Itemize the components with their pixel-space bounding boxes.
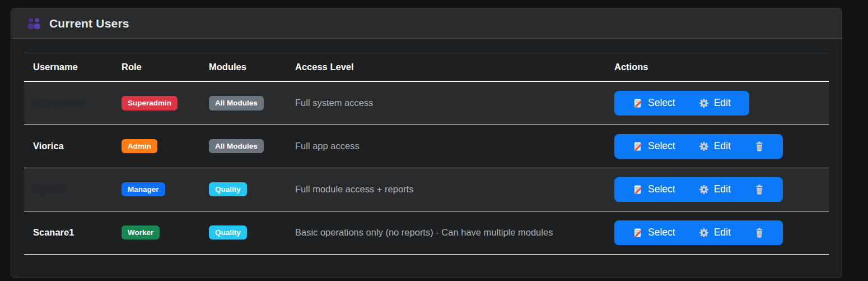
column-header-access-level: Access Level	[286, 53, 605, 82]
edit-button[interactable]: Edit	[687, 134, 743, 159]
memo-icon	[633, 185, 643, 195]
select-button-label: Select	[648, 227, 675, 238]
gear-icon	[699, 141, 709, 151]
modules-badge: All Modules	[209, 96, 264, 110]
edit-button[interactable]: Edit	[687, 220, 743, 245]
select-button[interactable]: Select	[621, 220, 687, 245]
select-button[interactable]: Select	[621, 91, 687, 116]
card-header: Current Users	[11, 8, 842, 39]
modules-badge: Quality	[209, 182, 247, 197]
page-title: Current Users	[49, 17, 129, 30]
column-header-modules: Modules	[200, 53, 286, 82]
action-button-group: Select	[614, 177, 783, 202]
access-level-text: Full app access	[286, 125, 605, 168]
current-users-card: Current Users Username Role Modules Acce…	[11, 8, 842, 278]
username: superadmin	[33, 98, 86, 108]
memo-icon	[633, 98, 643, 108]
table-row: Scanare1 Worker Quality Basic operations…	[24, 211, 829, 254]
role-badge: Manager	[122, 182, 165, 197]
delete-button[interactable]	[743, 220, 776, 245]
delete-button[interactable]	[743, 134, 776, 159]
card-body: Username Role Modules Access Level Actio…	[11, 39, 842, 266]
column-header-actions: Actions	[605, 53, 829, 82]
access-level-text: Full system access	[286, 81, 605, 125]
select-button[interactable]: Select	[621, 177, 687, 202]
gear-icon	[699, 98, 709, 108]
select-button-label: Select	[648, 183, 675, 195]
edit-button-label: Edit	[714, 97, 731, 109]
edit-button[interactable]: Edit	[687, 177, 743, 202]
table-row: superadmin Superadmin All Modules Full s…	[24, 81, 829, 125]
access-level-text: Basic operations only (no reports) - Can…	[286, 211, 605, 254]
select-button-label: Select	[648, 140, 675, 152]
users-icon	[27, 17, 42, 29]
memo-icon	[633, 228, 643, 238]
table-row: Viorica Admin All Modules Full app acces…	[24, 125, 829, 168]
role-badge: Worker	[122, 225, 160, 240]
column-header-role: Role	[113, 53, 200, 82]
trash-icon	[754, 228, 764, 238]
gear-icon	[699, 185, 709, 195]
modules-badge: Quality	[209, 225, 247, 240]
action-button-group: Select	[614, 134, 783, 159]
select-button[interactable]: Select	[621, 134, 687, 159]
column-header-username: Username	[24, 53, 113, 82]
users-table: Username Role Modules Access Level Actio…	[24, 53, 829, 255]
username: Scanare1	[33, 227, 74, 237]
edit-button-label: Edit	[714, 140, 731, 152]
select-button-label: Select	[648, 97, 675, 109]
edit-button-label: Edit	[714, 183, 731, 195]
action-button-group: Select	[614, 220, 783, 245]
role-badge: Admin	[122, 139, 157, 154]
gear-icon	[699, 228, 709, 238]
role-badge: Superadmin	[122, 96, 178, 110]
table-header-row: Username Role Modules Access Level Actio…	[24, 53, 829, 82]
trash-icon	[754, 185, 764, 195]
modules-badge: All Modules	[209, 139, 264, 154]
username: Ciprian	[33, 184, 65, 194]
username: Viorica	[33, 141, 64, 151]
trash-icon	[754, 141, 764, 151]
delete-button[interactable]	[743, 177, 776, 202]
memo-icon	[633, 141, 643, 151]
edit-button-label: Edit	[714, 227, 731, 238]
action-button-group: Select	[614, 91, 749, 116]
access-level-text: Full module access + reports	[286, 168, 605, 211]
edit-button[interactable]: Edit	[687, 91, 743, 116]
table-row: Ciprian Manager Quality Full module acce…	[24, 168, 829, 211]
